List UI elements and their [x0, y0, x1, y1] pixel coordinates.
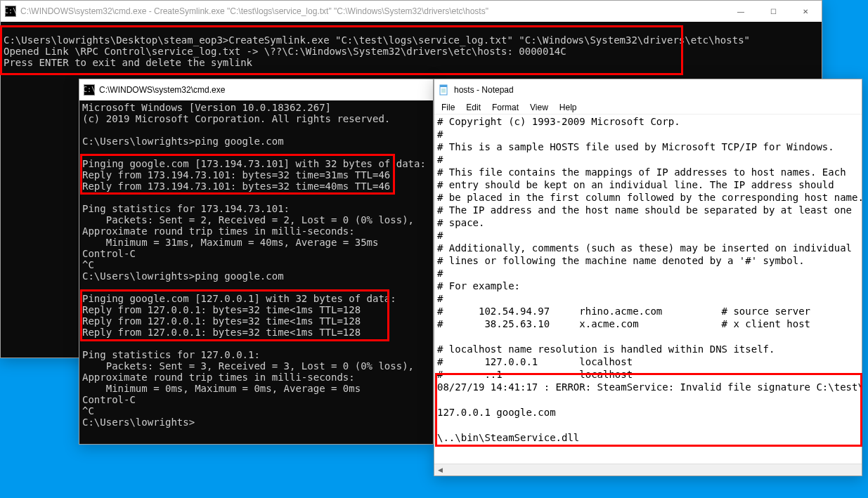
terminal-output[interactable]: Microsoft Windows [Version 10.0.18362.26…	[79, 100, 433, 444]
menu-view[interactable]: View	[524, 101, 554, 114]
window-title: C:\WINDOWS\system32\cmd.exe - CreateSyml…	[20, 6, 725, 16]
window-title: hosts - Notepad	[454, 85, 862, 95]
menu-bar: File Edit Format View Help	[434, 100, 862, 114]
notepad-icon	[439, 84, 450, 96]
notepad-window[interactable]: hosts - Notepad File Edit Format View He…	[434, 79, 862, 476]
cmd-window-ping[interactable]: C:\ C:\WINDOWS\system32\cmd.exe Microsof…	[79, 79, 434, 445]
maximize-button[interactable]: ☐	[757, 1, 789, 22]
titlebar[interactable]: C:\ C:\WINDOWS\system32\cmd.exe - Create…	[1, 1, 822, 22]
svg-rect-1	[440, 85, 447, 87]
menu-format[interactable]: Format	[486, 101, 524, 114]
menu-help[interactable]: Help	[554, 101, 583, 114]
horizontal-scrollbar[interactable]: ◀	[434, 464, 862, 476]
cmd-icon: C:\	[84, 84, 95, 96]
titlebar[interactable]: hosts - Notepad	[434, 79, 862, 100]
close-button[interactable]: ✕	[789, 1, 822, 22]
scroll-left-icon[interactable]: ◀	[434, 464, 446, 476]
cmd-icon: C:\	[5, 6, 16, 17]
minimize-button[interactable]: —	[725, 1, 757, 22]
menu-file[interactable]: File	[436, 101, 460, 114]
window-title: C:\WINDOWS\system32\cmd.exe	[99, 85, 433, 95]
text-area[interactable]: # Copyright (c) 1993-2009 Microsoft Corp…	[434, 114, 862, 464]
titlebar[interactable]: C:\ C:\WINDOWS\system32\cmd.exe	[79, 79, 433, 100]
menu-edit[interactable]: Edit	[460, 101, 486, 114]
